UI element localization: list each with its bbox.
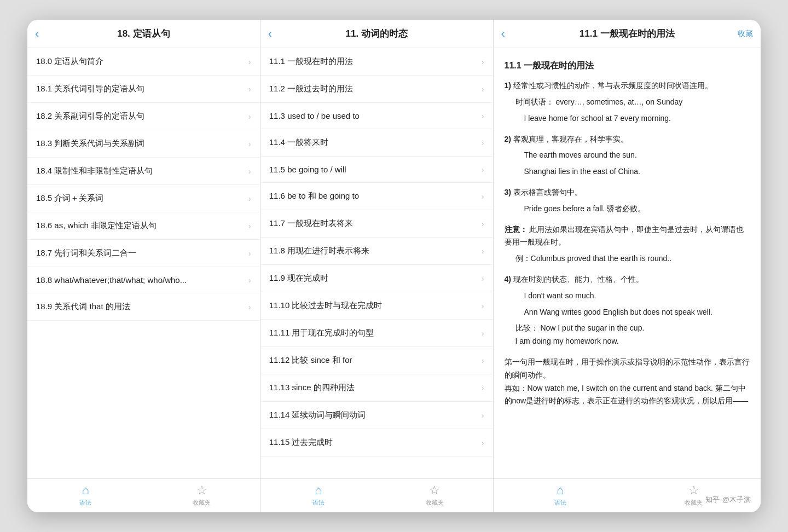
content-section: 1) 经常性或习惯性的动作，常与表示频度度的时间状语连用。时间状语： every… [505,79,750,125]
chevron-icon: › [248,222,251,230]
list-item[interactable]: 11.3 used to / be used to› [260,103,493,129]
chevron-icon: › [482,329,484,338]
section-example: Ann Wang writes good English but does no… [524,306,750,319]
list-item[interactable]: 11.11 用于现在完成时的句型› [260,320,493,347]
item-label: 11.8 用现在进行时表示将来 [269,246,477,256]
item-label: 18.8 what/whatever;that/what; who/who... [36,275,244,285]
section-example: Pride goes before a fall. 骄者必败。 [524,203,750,216]
section-sub: 例：Columbus proved that the earth is roun… [515,252,750,265]
list-item[interactable]: 18.8 what/whatever;that/what; who/who...… [27,267,260,293]
panel3-collect-button[interactable]: 收藏 [738,29,753,39]
list-item[interactable]: 11.2 一般过去时的用法› [260,76,493,103]
item-label: 11.2 一般过去时的用法 [269,84,477,94]
list-item[interactable]: 11.12 比较 since 和 for› [260,347,493,374]
section-main: 客观真理，客观存在，科学事实。 [513,135,628,143]
content-section: 3) 表示格言或警句中。Pride goes before a fall. 骄者… [505,186,750,216]
item-label: 11.11 用于现在完成时的句型 [269,328,477,338]
content-section: 注意： 此用法如果出现在宾语从句中，即使主句是过去时，从句谓语也要用一般现在时。… [505,223,750,265]
tab-item[interactable]: ⌂语法 [302,483,335,507]
list-item[interactable]: 11.8 用现在进行时表示将来› [260,238,493,265]
chevron-icon: › [248,194,251,203]
tab-icon: ☆ [429,483,440,498]
panel2-back-button[interactable]: ‹ [268,28,272,40]
list-item[interactable]: 11.10 比较过去时与现在完成时› [260,292,493,320]
list-item[interactable]: 18.4 限制性和非限制性定语从句› [27,158,260,185]
section-number: 注意： [505,225,530,234]
section-example: I leave home for school at 7 every morni… [524,112,750,125]
panel-2: ‹ 11. 动词的时态 11.1 一般现在时的用法›11.2 一般过去时的用法›… [260,20,494,512]
tab-icon: ☆ [688,483,699,498]
section-main: 表示格言或警句中。 [513,188,582,196]
item-label: 11.15 过去完成时 [269,437,477,448]
section-main: 此用法如果出现在宾语从句中，即使主句是过去时，从句谓语也要用一般现在时。 [505,225,744,247]
chevron-icon: › [482,219,484,228]
list-item[interactable]: 18.6 as, which 非限定性定语从句› [27,212,260,240]
panel3-back-button[interactable]: ‹ [501,28,505,40]
chevron-icon: › [482,57,484,66]
list-item[interactable]: 11.14 延续动词与瞬间动词› [260,402,493,429]
chevron-icon: › [482,384,484,392]
list-item[interactable]: 11.9 现在完成时› [260,265,493,292]
item-label: 11.10 比较过去时与现在完成时 [269,300,477,311]
item-label: 11.13 since 的四种用法 [269,383,477,393]
list-item[interactable]: 11.6 be to 和 be going to› [260,183,493,210]
chevron-icon: › [482,192,484,201]
section-main: 第一句用一般现在时，用于操作演示或指导说明的示范性动作，表示言行的瞬间动作。 再… [505,356,750,408]
list-item[interactable]: 11.5 be going to / will› [260,157,493,183]
chevron-icon: › [248,303,251,311]
tab-label: 收藏夹 [193,499,211,507]
section-number: 1) [505,81,513,90]
section-example: Shanghai lies in the east of China. [524,165,750,178]
section-number: 2) [505,135,513,143]
list-item[interactable]: 11.13 since 的四种用法› [260,374,493,402]
list-item[interactable]: 18.3 判断关系代词与关系副词› [27,130,260,158]
panel1-back-button[interactable]: ‹ [35,28,39,40]
item-label: 11.6 be to 和 be going to [269,191,477,201]
tab-item[interactable]: ☆收藏夹 [418,483,451,507]
list-item[interactable]: 18.0 定语从句简介› [27,48,260,76]
list-item[interactable]: 11.15 过去完成时› [260,429,493,456]
item-label: 11.1 一般现在时的用法 [269,56,477,67]
panel2-header: ‹ 11. 动词的时态 [260,20,493,48]
panel2-tab-bar: ⌂语法☆收藏夹 [260,478,493,512]
item-label: 11.4 一般将来时 [269,137,477,148]
panel3-content-body: 11.1 一般现在时的用法1) 经常性或习惯性的动作，常与表示频度度的时间状语连… [494,48,761,478]
tab-label: 语法 [554,499,566,507]
chevron-icon: › [248,249,251,258]
tab-item[interactable]: ⌂语法 [69,483,102,507]
item-label: 11.12 比较 since 和 for [269,355,477,366]
panel3-tab-bar: ⌂语法☆收藏夹 [494,478,761,512]
list-item[interactable]: 11.4 一般将来时› [260,129,493,157]
chevron-icon: › [482,85,484,94]
chevron-icon: › [248,85,251,94]
list-item[interactable]: 18.5 介词＋关系词› [27,185,260,212]
panel-1: ‹ 18. 定语从句 18.0 定语从句简介›18.1 关系代词引导的定语从句›… [27,20,260,512]
section-example: I don't want so much. [524,290,750,303]
item-label: 11.5 be going to / will [269,165,477,174]
tab-icon: ⌂ [557,483,564,498]
section-example: The earth moves around the sun. [524,149,750,162]
list-item[interactable]: 18.2 关系副词引导的定语从句› [27,103,260,130]
list-item[interactable]: 18.1 关系代词引导的定语从句› [27,76,260,103]
chevron-icon: › [482,356,484,365]
list-item[interactable]: 18.9 关系代词 that 的用法› [27,293,260,321]
chevron-icon: › [482,112,484,120]
tab-label: 语法 [79,499,91,507]
content-section: 第一句用一般现在时，用于操作演示或指导说明的示范性动作，表示言行的瞬间动作。 再… [505,356,750,408]
list-item[interactable]: 11.1 一般现在时的用法› [260,48,493,76]
item-label: 18.9 关系代词 that 的用法 [36,302,244,312]
panel3-title: 11.1 一般现在时的用法 [580,27,675,40]
list-item[interactable]: 18.7 先行词和关系词二合一› [27,240,260,267]
tab-label: 语法 [312,499,325,507]
tab-item[interactable]: ⌂语法 [544,483,577,507]
chevron-icon: › [248,167,251,176]
list-item[interactable]: 11.7 一般现在时表将来› [260,210,493,238]
section-number: 3) [505,188,513,196]
tab-label: 收藏夹 [685,499,703,507]
content-section: 4) 现在时刻的状态、能力、性格、个性。I don't want so much… [505,273,750,348]
item-label: 18.3 判断关系代词与关系副词 [36,138,244,149]
item-label: 18.6 as, which 非限定性定语从句 [36,221,244,231]
item-label: 11.7 一般现在时表将来 [269,218,477,229]
tab-item[interactable]: ☆收藏夹 [677,483,710,507]
tab-item[interactable]: ☆收藏夹 [186,483,218,507]
